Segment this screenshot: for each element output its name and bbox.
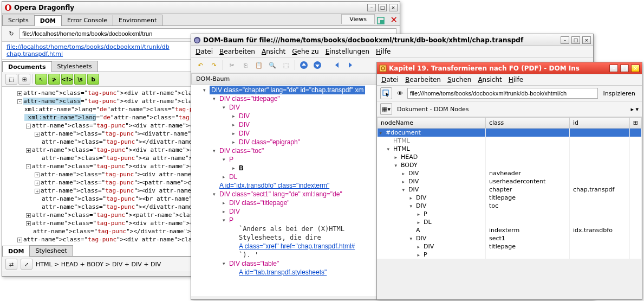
expander-icon[interactable]: - — [26, 164, 31, 169]
col-id[interactable]: id — [570, 118, 630, 129]
menu-gehe-zu[interactable]: Gehe zu — [292, 48, 318, 55]
table-row[interactable]: ▾ DIVsect1 — [378, 234, 642, 242]
file-link[interactable]: file://localhost/home/toms/books/docbook… — [6, 43, 170, 50]
maximize-button[interactable]: □ — [571, 36, 580, 44]
menu-bearbeiten[interactable]: Bearbeiten — [405, 76, 441, 84]
tab-environment[interactable]: Environment — [113, 15, 162, 25]
close-panel-icon[interactable]: ✕ — [391, 15, 398, 25]
minimize-button[interactable]: – — [609, 65, 618, 72]
arrow-icon[interactable]: ▸ — [410, 195, 414, 201]
menu-hilfe[interactable]: Hilfe — [376, 48, 391, 55]
dock-icon[interactable] — [375, 15, 387, 27]
inspect-button[interactable]: Inspizieren — [600, 89, 639, 98]
arrow-icon[interactable]: ▸ — [395, 155, 399, 160]
arrow-icon[interactable]: ▾ — [223, 216, 228, 225]
menu-datei[interactable]: Datei — [381, 76, 399, 84]
status-icon-2[interactable]: ⤢ — [21, 259, 32, 270]
tool-slash-icon[interactable]: \s — [74, 74, 86, 85]
arrow-icon[interactable]: ▾ — [402, 187, 407, 193]
table-row[interactable]: Aindextermidx.transdbfo — [378, 226, 642, 234]
up-icon[interactable] — [298, 59, 310, 71]
close-button[interactable]: × — [582, 36, 591, 44]
redo-icon[interactable]: ↷ — [208, 59, 220, 71]
expander-icon[interactable]: + — [26, 213, 31, 218]
menu-ansicht[interactable]: Ansicht — [478, 76, 502, 84]
table-row[interactable]: ▾ #document — [378, 129, 642, 137]
next-icon[interactable] — [344, 59, 356, 71]
minimize-button[interactable]: – — [367, 4, 376, 11]
minimize-button[interactable]: – — [561, 36, 569, 44]
expander-icon[interactable]: + — [35, 181, 40, 185]
find-icon[interactable]: 🔍 — [266, 59, 278, 71]
file-link2[interactable]: chap.transpdf.html — [6, 50, 63, 57]
tool-tags-icon[interactable]: <!> — [61, 74, 73, 85]
inspect-element-icon[interactable] — [380, 87, 392, 99]
arrow-icon[interactable]: ▸ — [418, 220, 422, 225]
arrow-icon[interactable]: ▾ — [380, 130, 384, 136]
tree-icon[interactable]: ⬚ — [280, 59, 292, 71]
table-row[interactable]: ▾ BODY — [378, 161, 642, 169]
arrow-icon[interactable]: ▸ — [223, 172, 228, 181]
menu-hilfe[interactable]: Hilfe — [509, 76, 523, 84]
arrow-icon[interactable]: ▸ — [232, 129, 238, 138]
titlebar[interactable]: Kapitel 19. Transformieren nach FO (PDF)… — [377, 62, 642, 74]
arrow-icon[interactable]: ▾ — [203, 86, 209, 94]
tool-bold-icon[interactable]: b — [87, 74, 99, 85]
arrow-icon[interactable]: ▾ — [387, 146, 392, 152]
table-row[interactable]: ▸ HEAD — [378, 153, 642, 161]
menu-bearbeiten[interactable]: Bearbeiten — [219, 48, 255, 55]
breadcrumb[interactable]: HTML > HEAD + BODY > DIV + DIV + DIV — [36, 261, 161, 268]
tool-pointer-icon[interactable]: ↖ — [35, 74, 47, 85]
status-icon-1[interactable]: ⇄ — [5, 259, 17, 270]
url-input[interactable] — [407, 88, 598, 99]
tool-nodes-icon[interactable]: ⊞ — [18, 74, 30, 85]
table-row[interactable]: HTML — [378, 137, 642, 145]
prev-icon[interactable] — [331, 59, 343, 71]
col-class[interactable]: class — [486, 118, 570, 129]
maximize-button[interactable]: □ — [620, 65, 629, 72]
arrow-icon[interactable]: ▸ — [232, 164, 238, 172]
arrow-icon[interactable]: ▸ — [418, 252, 422, 258]
arrow-icon[interactable]: ▾ — [223, 259, 228, 268]
close-button[interactable]: × — [389, 4, 398, 11]
arrow-icon[interactable]: ▾ — [410, 236, 414, 241]
copy-icon[interactable]: ⎘ — [239, 59, 251, 71]
arrow-icon[interactable]: ▾ — [410, 203, 414, 209]
menu-einstellungen[interactable]: Einstellungen — [326, 48, 369, 55]
tool-tree-icon[interactable]: ⬚ — [5, 74, 17, 85]
arrow-icon[interactable]: ▾ — [223, 155, 228, 164]
undo-icon[interactable]: ↶ — [194, 59, 206, 71]
arrow-icon[interactable]: ▸ — [418, 212, 422, 217]
arrow-icon[interactable]: ▾ — [395, 163, 399, 168]
grid-icon[interactable]: ▦▾ — [380, 103, 392, 115]
table-row[interactable]: ▸ P — [378, 210, 642, 218]
expander-icon[interactable]: + — [26, 221, 31, 226]
table-row[interactable]: ▸ DIVnavheader — [378, 169, 642, 177]
expander-icon[interactable]: + — [17, 91, 22, 96]
titlebar[interactable]: Opera Dragonfly – □ × — [2, 2, 400, 14]
titlebar[interactable]: DOM-Baum für file:///home/toms/books/doc… — [191, 34, 593, 46]
views-tab[interactable]: Views — [341, 14, 375, 24]
down-icon[interactable] — [311, 59, 323, 71]
tab-scripts[interactable]: Scripts — [2, 15, 35, 25]
table-row[interactable]: ▾ DIVchapterchap.transpdf — [378, 185, 642, 194]
tool-flash-icon[interactable]: ≯ — [48, 74, 60, 85]
arrow-icon[interactable]: ▸ — [232, 138, 238, 146]
arrow-icon[interactable]: ▸ — [223, 207, 228, 216]
table-row[interactable]: ▸ P — [378, 251, 642, 259]
cut-icon[interactable]: ✂ — [226, 59, 238, 71]
expander-icon[interactable]: - — [17, 99, 22, 104]
subtab-stylesheets[interactable]: Stylesheets — [51, 61, 98, 72]
arrow-icon[interactable]: ▾ — [213, 190, 218, 198]
expander-icon[interactable]: + — [35, 189, 40, 194]
close-button[interactable]: × — [631, 65, 640, 72]
expand-icon[interactable]: ▸ ▾ — [630, 106, 639, 113]
expander-icon[interactable]: + — [26, 148, 31, 153]
table-row[interactable]: ▸ DL — [378, 218, 642, 226]
expander-icon[interactable]: + — [35, 172, 40, 177]
dom-node-table[interactable]: nodeName class id ⊞ ▾ #document HTML▾ HT… — [377, 117, 642, 259]
expander-icon[interactable]: + — [17, 238, 22, 242]
menu-suchen[interactable]: Suchen — [447, 76, 471, 84]
arrow-icon[interactable]: ▸ — [223, 198, 228, 207]
col-nodename[interactable]: nodeName — [378, 118, 486, 129]
